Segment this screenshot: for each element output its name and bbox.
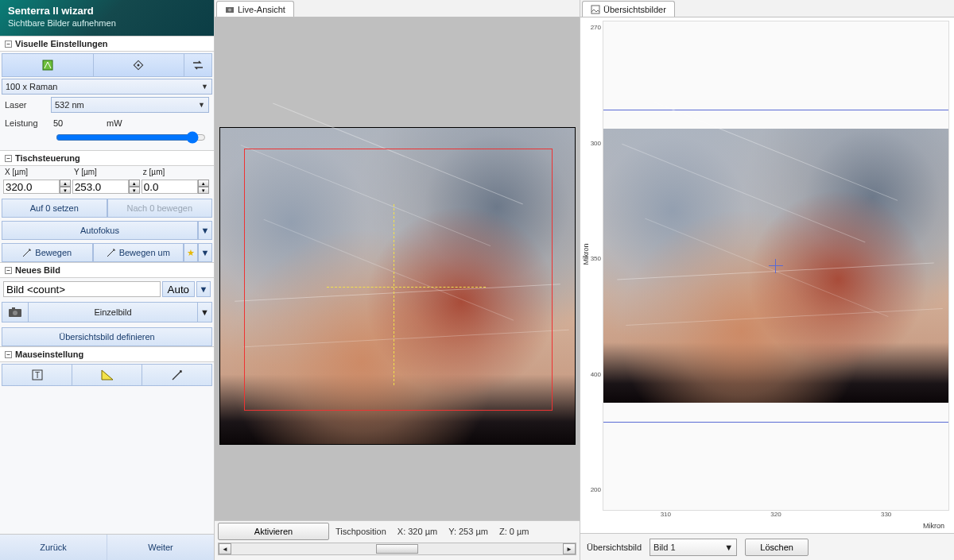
chevron-down-icon: ▼ xyxy=(198,101,205,109)
power-label: Leistung xyxy=(5,118,46,128)
back-button[interactable]: Zurück xyxy=(0,535,107,560)
y-position-input[interactable] xyxy=(72,180,129,194)
collapse-icon: – xyxy=(5,41,12,48)
single-image-button[interactable]: Einzelbild xyxy=(29,302,198,322)
svg-text:T: T xyxy=(34,371,39,380)
wizard-title: Senterra II wizard xyxy=(8,5,206,17)
section-new-image[interactable]: – Neues Bild xyxy=(0,262,214,278)
horizontal-scrollbar[interactable]: ◄ ► xyxy=(218,543,576,555)
chevron-down-icon: ▼ xyxy=(724,543,733,552)
z-spinner[interactable]: ▲▼ xyxy=(198,180,209,194)
section-mouse-settings[interactable]: – Mauseinstellung xyxy=(0,346,214,362)
scroll-thumb[interactable] xyxy=(376,544,419,554)
scroll-right-button[interactable]: ► xyxy=(563,543,576,554)
svg-rect-10 xyxy=(591,6,599,14)
y-axis-ticks: 270 300 350 400 200 xyxy=(587,24,601,493)
roi-rectangle[interactable] xyxy=(244,149,553,411)
x-spinner[interactable]: ▲▼ xyxy=(60,180,71,194)
capture-button[interactable] xyxy=(2,302,29,322)
collapse-icon: – xyxy=(5,351,12,358)
image-name-input[interactable] xyxy=(3,281,161,297)
wizard-header: Senterra II wizard Sichtbare Bilder aufn… xyxy=(0,0,214,36)
overview-footer: Übersichtsbild Bild 1 ▼ Löschen xyxy=(580,533,954,560)
angle-button[interactable] xyxy=(72,364,142,386)
z-axis-label: z [µm] xyxy=(142,168,211,176)
autofocus-dropdown[interactable]: ▼ xyxy=(198,221,212,240)
overview-select-label: Übersichtsbild xyxy=(587,543,642,552)
objective-value: 100 x Raman xyxy=(6,82,57,91)
objective-select[interactable]: 100 x Raman ▼ xyxy=(2,79,212,95)
camera-icon xyxy=(225,5,235,14)
stage-y-value: Y: 253 µm xyxy=(448,527,488,536)
focus-button[interactable] xyxy=(94,54,185,76)
move-by-button[interactable]: Bewegen um xyxy=(93,243,184,262)
laser-select[interactable]: 532 nm ▼ xyxy=(51,97,209,113)
axis-labels-row: X [µm] Y [µm] z [µm] xyxy=(0,166,214,178)
stage-position-label: Tischposition xyxy=(335,527,386,536)
section-label: Mauseinstellung xyxy=(15,350,83,359)
tab-live-view[interactable]: Live-Ansicht xyxy=(216,1,294,17)
x-axis-ticks: 310 320 330 xyxy=(603,511,949,522)
define-overview-button[interactable]: Übersichtsbild definieren xyxy=(2,327,212,346)
section-label: Tischsteuerung xyxy=(15,153,80,163)
text-cursor-button[interactable]: T xyxy=(2,364,72,386)
y-spinner[interactable]: ▲▼ xyxy=(129,180,140,194)
section-label: Visuelle Einstellungen xyxy=(15,39,108,48)
section-visual-settings[interactable]: – Visuelle Einstellungen xyxy=(0,36,214,52)
overview-image-select[interactable]: Bild 1 ▼ xyxy=(650,539,737,556)
live-viewport[interactable] xyxy=(215,17,580,520)
tab-overview-images[interactable]: Übersichtsbilder xyxy=(582,1,675,17)
auto-dropdown[interactable]: ▼ xyxy=(196,281,211,297)
section-label: Neues Bild xyxy=(15,265,60,275)
delete-button[interactable]: Löschen xyxy=(745,539,809,556)
section-stage-control[interactable]: – Tischsteuerung xyxy=(0,150,214,166)
x-axis-label: X [µm] xyxy=(3,168,72,176)
scroll-left-button[interactable]: ◄ xyxy=(219,543,231,554)
x-position-input[interactable] xyxy=(3,180,60,194)
overview-image xyxy=(603,129,948,402)
roi-top-line xyxy=(603,110,948,110)
swap-button[interactable] xyxy=(184,54,211,76)
x-axis-title: Mikron xyxy=(603,522,949,530)
illumination-button[interactable] xyxy=(2,54,94,76)
visual-toolbar xyxy=(2,53,212,77)
autofocus-button[interactable]: Autofokus xyxy=(2,221,198,240)
power-value: 50 xyxy=(51,118,99,129)
laser-label: Laser xyxy=(5,100,46,110)
svg-point-2 xyxy=(138,64,140,67)
position-crosshair-icon xyxy=(769,259,783,273)
roi-bottom-line xyxy=(603,422,948,423)
live-view-panel: Live-Ansicht Aktivieren Tischposition X:… xyxy=(215,0,580,560)
move-button[interactable]: Bewegen xyxy=(2,243,93,262)
right-tab-strip: Übersichtsbilder xyxy=(580,0,954,17)
stage-x-value: X: 320 µm xyxy=(398,527,437,536)
overview-plot-area[interactable]: Mikron 270 300 350 400 200 310 320 330 M… xyxy=(580,17,954,533)
laser-value: 532 nm xyxy=(55,100,84,110)
wizard-subtitle: Sichtbare Bilder aufnehmen xyxy=(8,18,206,28)
next-button[interactable]: Weiter xyxy=(107,535,214,560)
stage-z-value: Z: 0 µm xyxy=(499,527,529,536)
image-icon xyxy=(591,5,600,14)
wizard-sidebar: Senterra II wizard Sichtbare Bilder aufn… xyxy=(0,0,215,560)
svg-point-4 xyxy=(13,311,17,315)
wizard-footer: Zurück Weiter xyxy=(0,534,214,560)
collapse-icon: – xyxy=(5,267,12,274)
move-to-zero-button[interactable]: Nach 0 bewegen xyxy=(107,199,213,218)
svg-rect-5 xyxy=(12,307,15,310)
overview-plot[interactable] xyxy=(603,21,949,511)
chevron-down-icon: ▼ xyxy=(201,83,208,91)
single-image-dropdown[interactable]: ▼ xyxy=(198,302,212,322)
favorite-button[interactable]: ★ xyxy=(184,243,198,262)
overview-panel: Übersichtsbilder Mikron 270 300 350 400 … xyxy=(580,0,954,560)
center-tab-strip: Live-Ansicht xyxy=(215,0,580,17)
pointer-button[interactable] xyxy=(142,364,212,386)
collapse-icon: – xyxy=(5,155,12,162)
activate-button[interactable]: Aktivieren xyxy=(218,523,329,540)
favorite-dropdown[interactable]: ▼ xyxy=(198,243,212,262)
power-slider[interactable] xyxy=(56,131,206,144)
live-footer: Aktivieren Tischposition X: 320 µm Y: 25… xyxy=(215,520,580,560)
auto-name-button[interactable]: Auto xyxy=(162,281,195,297)
scale-cross-vertical xyxy=(394,204,394,385)
z-position-input[interactable] xyxy=(142,180,198,194)
set-zero-button[interactable]: Auf 0 setzen xyxy=(2,199,107,218)
